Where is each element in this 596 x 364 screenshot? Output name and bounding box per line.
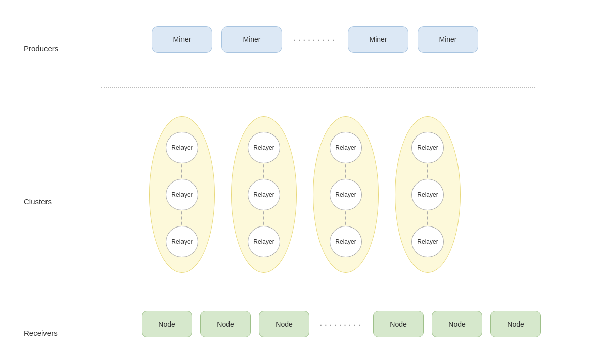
relayer-4-1: Relayer [411, 132, 444, 163]
miner-box-3: Miner [348, 26, 408, 53]
node-box-4: Node [373, 311, 424, 337]
cluster-3: Relayer Relayer Relayer [313, 116, 379, 273]
node-box-2: Node [200, 311, 251, 337]
receivers-dots: ········· [319, 318, 363, 330]
producers-label: Producers [24, 44, 58, 53]
relayer-1-3: Relayer [166, 226, 198, 257]
receivers-row: Node Node Node ········· Node Node Node [142, 311, 541, 337]
relayer-3-2: Relayer [330, 179, 362, 210]
relayer-4-2: Relayer [411, 179, 444, 210]
cluster-2: Relayer Relayer Relayer [231, 116, 297, 273]
relayer-3-1: Relayer [330, 132, 362, 163]
miner-box-1: Miner [152, 26, 212, 53]
relayer-2-2: Relayer [248, 179, 280, 210]
relayer-2-1: Relayer [248, 132, 280, 163]
receivers-label: Receivers [24, 329, 58, 337]
relayer-2-3: Relayer [248, 226, 280, 257]
relayer-1-1: Relayer [166, 132, 198, 163]
node-box-6: Node [490, 311, 541, 337]
clusters-row: Relayer Relayer Relayer Relayer Relayer … [149, 116, 461, 273]
clusters-label: Clusters [24, 197, 52, 206]
miner-box-2: Miner [221, 26, 282, 53]
node-box-5: Node [432, 311, 482, 337]
divider [101, 87, 535, 88]
diagram: Producers Miner Miner ········· Miner Mi… [0, 0, 596, 364]
node-box-3: Node [259, 311, 309, 337]
node-box-1: Node [142, 311, 192, 337]
cluster-4: Relayer Relayer Relayer [395, 116, 461, 273]
cluster-1: Relayer Relayer Relayer [149, 116, 215, 273]
relayer-1-2: Relayer [166, 179, 198, 210]
producers-row: Miner Miner ········· Miner Miner [152, 26, 478, 53]
relayer-4-3: Relayer [411, 226, 444, 257]
producers-dots: ········· [293, 34, 337, 46]
miner-box-4: Miner [418, 26, 478, 53]
relayer-3-3: Relayer [330, 226, 362, 257]
